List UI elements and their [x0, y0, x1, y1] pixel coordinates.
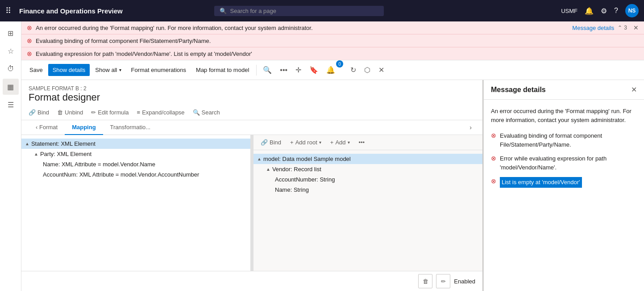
save-button[interactable]: Save	[25, 64, 47, 76]
add-root-btn[interactable]: + Add root ▾	[287, 137, 325, 148]
open-btn[interactable]: ⬡	[361, 63, 374, 77]
message-panel-body: An error occurred during the 'Format map…	[484, 100, 644, 291]
edit-formula-label: Edit formula	[98, 109, 129, 116]
search-input[interactable]	[230, 8, 378, 14]
message-details-link[interactable]: Message details	[572, 25, 614, 31]
error-banners: ⊗ An error occurred during the 'Format m…	[21, 21, 644, 60]
search-icon: 🔍	[220, 8, 227, 14]
expand-collapse-btn[interactable]: ≡ Expand/collapse	[133, 107, 188, 118]
map-format-button[interactable]: Map format to model	[191, 64, 253, 76]
bind-label: Bind	[37, 109, 49, 116]
chevron-icon-model: ▲	[257, 156, 262, 161]
show-all-button[interactable]: Show all ▾	[91, 64, 125, 76]
bind-btn[interactable]: 🔗 Bind	[25, 107, 53, 118]
designer-area: SAMPLE FORMAT B : 2 Format designer 🔗 Bi…	[21, 80, 644, 291]
content-area: ⊗ An error occurred during the 'Format m…	[21, 21, 644, 291]
message-panel-title: Message details	[491, 86, 546, 94]
mapping-bind-btn[interactable]: 🔗 Bind	[257, 137, 285, 148]
chevron-up-icon: ⌃	[618, 25, 622, 31]
sidebar-item-home[interactable]: ⊞	[3, 25, 19, 41]
chevron-down-root: ▾	[319, 140, 321, 145]
message-item-3: ⊗ List is empty at 'model/Vendor'	[491, 177, 637, 188]
search-label: Search	[202, 109, 220, 116]
more-mapping-btn[interactable]: •••	[355, 137, 369, 148]
tree-item-label-accountnum: AccountNum: XML Attribute = model.Vendor…	[43, 171, 247, 178]
crosshair-btn[interactable]: ✛	[292, 63, 305, 77]
app-title: Finance and Operations Preview	[19, 7, 123, 15]
show-details-button[interactable]: Show details	[48, 64, 90, 76]
bottom-bar: 🗑 ✏ Enabled	[21, 271, 482, 291]
right-tree-item-vendor[interactable]: ▲ Vendor: Record list	[253, 164, 482, 174]
add-btn[interactable]: + Add ▾	[327, 137, 353, 148]
tree-item-party[interactable]: ▲ Party: XML Element	[21, 149, 250, 159]
refresh-btn[interactable]: ↻	[347, 63, 360, 77]
search-bar[interactable]: 🔍	[214, 6, 384, 16]
chevron-icon-vendor: ▲	[266, 167, 270, 172]
message-item-text-1: Evaluating binding of format component F…	[500, 131, 637, 149]
message-item-text-3: List is empty at 'model/Vendor'	[500, 177, 582, 188]
right-tree: ▲ model: Data model Sample model ▲ Vendo…	[253, 150, 482, 271]
unbind-btn[interactable]: 🗑 Unbind	[54, 107, 87, 118]
error-banner-2: ⊗ Evaluating binding of format component…	[21, 34, 644, 47]
error-count: ⌃ 3	[618, 25, 627, 31]
help-icon[interactable]: ?	[614, 7, 618, 15]
tree-item-label: Statement: XML Element	[31, 140, 247, 147]
right-tree-item-name[interactable]: Name: String	[253, 185, 482, 195]
search-icon-btn[interactable]: 🔍	[259, 63, 275, 77]
unbind-label: Unbind	[65, 109, 83, 116]
tree-item-accountnum[interactable]: AccountNum: XML Attribute = model.Vendor…	[21, 169, 250, 180]
sidebar-item-clock[interactable]: ⏱	[3, 61, 19, 77]
format-subtitle: SAMPLE FORMAT B : 2	[29, 85, 475, 92]
bell-icon[interactable]: 🔔	[585, 7, 594, 15]
user-avatar[interactable]: NS	[625, 4, 639, 17]
edit-btn[interactable]: ✏	[436, 274, 450, 288]
error-count-value: 3	[624, 25, 627, 31]
error-banner-3: ⊗ Evaluating expression for path 'model/…	[21, 47, 644, 60]
tab-format[interactable]: ‹ Format	[29, 120, 65, 135]
close-btn[interactable]: ✕	[375, 63, 388, 77]
message-item-2: ⊗ Error while evaluating expression for …	[491, 154, 637, 172]
format-title: Format designer	[29, 92, 475, 103]
message-details-panel: Message details ✕ An error occurred duri…	[483, 80, 644, 291]
format-header: SAMPLE FORMAT B : 2 Format designer	[21, 80, 482, 105]
tab-mapping[interactable]: Mapping	[65, 120, 103, 135]
nav-right: USMF 🔔 ⚙ ? NS	[561, 4, 639, 17]
grid-icon[interactable]: ⠿	[5, 6, 11, 16]
mapping-toolbar: 🔗 Bind + Add root ▾ + Add ▾	[253, 135, 482, 150]
link-icon: 🔗	[29, 109, 36, 116]
bookmark-btn[interactable]: 🔖	[306, 63, 322, 77]
sidebar-item-filter[interactable]: ☰	[3, 97, 19, 113]
delete-btn[interactable]: 🗑	[418, 274, 432, 288]
message-panel-header: Message details ✕	[484, 80, 644, 100]
message-item-1: ⊗ Evaluating binding of format component…	[491, 131, 637, 149]
format-enumerations-button[interactable]: Format enumerations	[127, 64, 191, 76]
tab-transformation[interactable]: Transformatio...	[103, 120, 158, 135]
right-tree-label-vendor: Vendor: Record list	[272, 166, 479, 173]
tree-item-statement[interactable]: ▲ Statement: XML Element	[21, 139, 250, 149]
right-tree-label-name: Name: String	[275, 186, 479, 193]
top-navigation: ⠿ Finance and Operations Preview 🔍 USMF …	[0, 0, 644, 21]
add-label: Add	[335, 139, 345, 146]
tree-item-name[interactable]: Name: XML Attribute = model.Vendor.Name	[21, 159, 250, 169]
tree-panels: ▲ Statement: XML Element ▲ Party: XML El…	[21, 135, 482, 271]
add-root-label: Add root	[295, 139, 317, 146]
sidebar-item-table[interactable]: ▦	[3, 79, 19, 95]
message-panel-desc: An error occurred during the 'Format map…	[491, 107, 637, 124]
close-banner-button[interactable]: ✕	[633, 24, 639, 31]
chevron-left-icon: ‹	[36, 124, 37, 131]
tab-chevron-right[interactable]: ›	[466, 120, 475, 135]
notifications-btn-wrap: 🔔 0	[323, 63, 346, 77]
mapping-bind-label: Bind	[270, 139, 281, 146]
sidebar-item-star[interactable]: ☆	[3, 43, 19, 59]
format-toolbar: 🔗 Bind 🗑 Unbind ✏ Edit formula ≡ Expand/…	[21, 105, 482, 120]
edit-formula-btn[interactable]: ✏ Edit formula	[87, 107, 132, 118]
main-toolbar: Save Show details Show all ▾ Format enum…	[21, 60, 644, 80]
right-tree-item-model[interactable]: ▲ model: Data model Sample model	[253, 154, 482, 164]
search-format-btn[interactable]: 🔍 Search	[189, 107, 224, 118]
right-tree-item-accountnumber[interactable]: AccountNumber: String	[253, 174, 482, 185]
message-panel-close-btn[interactable]: ✕	[631, 85, 637, 94]
more-options-btn[interactable]: •••	[276, 63, 291, 77]
format-tab-label: Format	[39, 124, 58, 131]
error-banner-main: ⊗ An error occurred during the 'Format m…	[21, 21, 644, 34]
settings-icon[interactable]: ⚙	[601, 7, 607, 15]
